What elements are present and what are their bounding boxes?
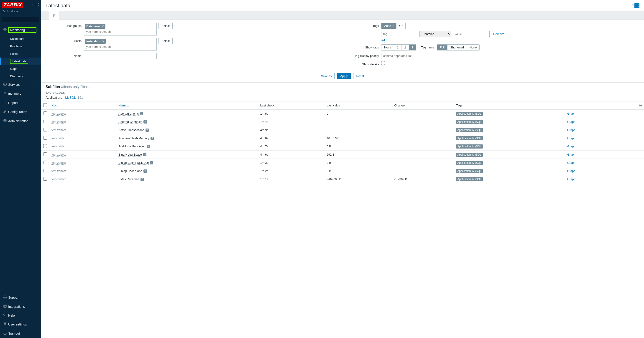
tag-name-input[interactable] xyxy=(381,31,418,37)
row-checkbox[interactable] xyxy=(43,144,47,148)
sidebar-item-integrations[interactable]: Integrations xyxy=(0,302,41,311)
tag-pill[interactable]: Application: MySQL xyxy=(456,153,483,157)
sidebar-item-maps[interactable]: Maps xyxy=(0,65,41,73)
row-checkbox[interactable] xyxy=(43,128,47,132)
apply-button[interactable]: Apply xyxy=(337,73,351,79)
tag-operator-select[interactable]: Contains xyxy=(420,31,451,37)
tag-value-input[interactable] xyxy=(453,31,490,37)
tag-name-opt-full[interactable]: Full xyxy=(437,45,448,50)
collapse-sidebar-icon[interactable]: « xyxy=(32,3,34,6)
row-checkbox[interactable] xyxy=(43,120,47,123)
item-link[interactable]: Binlog Cache Disk Use xyxy=(118,161,149,165)
description-icon[interactable]: ? xyxy=(140,112,143,115)
description-icon[interactable]: ? xyxy=(147,145,150,148)
kiosk-icon[interactable]: ⛶ xyxy=(634,3,640,8)
tag-name-opt-shortened[interactable]: Shortened xyxy=(448,45,467,50)
tag-pill[interactable]: Application: MySQL xyxy=(456,169,483,173)
remove-tag-icon[interactable]: ✕ xyxy=(102,25,104,28)
row-checkbox[interactable] xyxy=(43,169,47,172)
show-tags-opt-none[interactable]: None xyxy=(382,45,394,50)
tag-pill[interactable]: Application: MySQL xyxy=(456,145,483,149)
row-checkbox[interactable] xyxy=(43,152,47,156)
filter-collapse-icon[interactable]: ⌄ xyxy=(631,12,636,18)
tags-or-button[interactable]: Or xyxy=(396,23,405,29)
item-link[interactable]: Active Transactions xyxy=(118,128,144,132)
host-groups-select-button[interactable]: Select xyxy=(158,23,172,29)
show-tags-opt-2[interactable]: 2 xyxy=(402,45,409,50)
row-checkbox[interactable] xyxy=(43,136,47,140)
filter-prev-icon[interactable]: ‹ xyxy=(44,11,49,19)
sidebar-search-input[interactable] xyxy=(4,18,42,21)
host-link[interactable]: test-zabbix xyxy=(52,120,66,124)
host-link[interactable]: test-zabbix xyxy=(52,128,66,132)
graph-link[interactable]: Graph xyxy=(567,145,576,148)
description-icon[interactable]: ? xyxy=(150,161,153,165)
hosts-select-button[interactable]: Select xyxy=(158,38,172,44)
item-link[interactable]: Additional Pool Alloc xyxy=(118,145,145,148)
tag-name-opt-none[interactable]: None xyxy=(467,45,479,50)
show-details-checkbox[interactable] xyxy=(381,61,385,65)
sidebar-item-help[interactable]: ?Help xyxy=(0,311,41,320)
sidebar-item-problems[interactable]: Problems xyxy=(0,42,41,50)
host-link[interactable]: test-zabbix xyxy=(52,161,66,165)
hosts-multiselect[interactable]: test-zabbix✕ xyxy=(84,38,157,50)
graph-link[interactable]: Graph xyxy=(567,169,576,173)
tag-pill[interactable]: Application: MySQL xyxy=(456,136,483,140)
col-name[interactable]: Name▲ xyxy=(116,101,258,110)
description-icon[interactable]: ? xyxy=(143,153,146,156)
subfilter-value[interactable]: MySQL xyxy=(65,96,76,99)
item-link[interactable]: Adaptive Hash Memory xyxy=(118,137,149,140)
item-link[interactable]: Aborted Connects xyxy=(118,120,142,124)
graph-link[interactable]: Graph xyxy=(567,112,576,115)
show-tags-opt-3[interactable]: 3 xyxy=(409,45,416,50)
sidebar-item-dashboard[interactable]: Dashboard xyxy=(0,35,41,42)
tag-priority-input[interactable] xyxy=(381,53,454,59)
tag-pill[interactable]: Application: MySQL xyxy=(456,177,483,181)
sidebar-item-sign-out[interactable]: Sign out xyxy=(0,329,41,338)
description-icon[interactable]: ? xyxy=(140,178,144,181)
expand-icon[interactable]: ⛶ xyxy=(36,3,39,6)
graph-link[interactable]: Graph xyxy=(567,177,576,181)
host-link[interactable]: test-zabbix xyxy=(52,177,66,181)
description-icon[interactable]: ? xyxy=(146,129,149,132)
host-link[interactable]: test-zabbix xyxy=(52,169,66,173)
hosts-input[interactable] xyxy=(84,44,156,49)
show-tags-opt-1[interactable]: 1 xyxy=(394,45,402,50)
sidebar-search[interactable] xyxy=(2,17,39,23)
graph-link[interactable]: Graph xyxy=(567,120,576,124)
host-link[interactable]: test-zabbix xyxy=(52,137,66,140)
host-groups-input[interactable] xyxy=(84,29,156,34)
tags-andor-button[interactable]: And/Or xyxy=(382,23,396,29)
item-link[interactable]: Aborted Clients xyxy=(118,112,139,116)
sidebar-item-user-settings[interactable]: User settings xyxy=(0,320,41,329)
col-host[interactable]: Host xyxy=(49,101,116,110)
description-icon[interactable]: ? xyxy=(144,120,147,124)
graph-link[interactable]: Graph xyxy=(567,128,576,132)
remove-tag-icon[interactable]: ✕ xyxy=(102,40,104,43)
description-icon[interactable]: ? xyxy=(150,137,154,140)
reset-button[interactable]: Reset xyxy=(353,73,367,79)
save-as-button[interactable]: Save as xyxy=(318,73,335,79)
sidebar-item-administration[interactable]: Administration˅ xyxy=(0,117,41,126)
graph-link[interactable]: Graph xyxy=(567,161,576,165)
tag-pill[interactable]: Application: MySQL xyxy=(456,120,483,124)
row-checkbox[interactable] xyxy=(43,177,47,180)
tag-pill[interactable]: Application: MySQL xyxy=(456,112,483,116)
graph-link[interactable]: Graph xyxy=(567,137,576,140)
description-icon[interactable]: ? xyxy=(144,169,147,173)
host-link[interactable]: test-zabbix xyxy=(52,145,66,148)
row-checkbox[interactable] xyxy=(43,161,47,164)
sidebar-item-reports[interactable]: Reports˅ xyxy=(0,98,41,107)
row-checkbox[interactable] xyxy=(43,111,47,115)
tag-pill[interactable]: Application: MySQL xyxy=(456,128,483,132)
sidebar-item-discovery[interactable]: Discovery xyxy=(0,73,41,80)
sidebar-item-support[interactable]: Support xyxy=(0,293,41,302)
item-link[interactable]: Bytes Received xyxy=(118,177,139,181)
select-all-checkbox[interactable] xyxy=(43,103,47,107)
sidebar-item-monitoring[interactable]: Monitoring˄ xyxy=(0,25,41,35)
filter-tab[interactable] xyxy=(49,11,59,19)
sidebar-item-hosts[interactable]: Hosts xyxy=(0,50,41,58)
tag-pill[interactable]: Application: MySQL xyxy=(456,161,483,165)
item-link[interactable]: Binary Log Space xyxy=(118,153,142,157)
sidebar-item-services[interactable]: Services˅ xyxy=(0,80,41,89)
